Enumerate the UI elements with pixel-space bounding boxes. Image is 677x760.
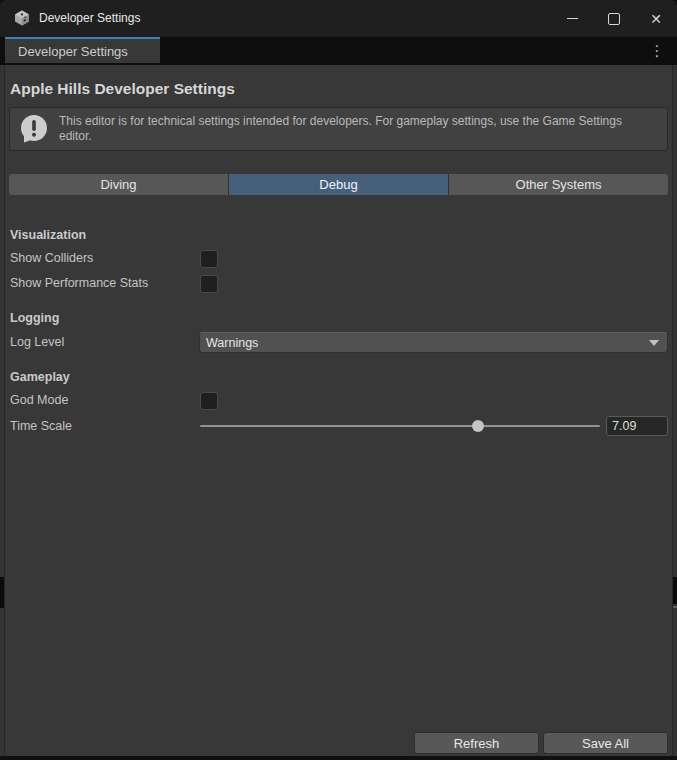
tab-label: Developer Settings xyxy=(18,44,128,59)
background-gap xyxy=(673,577,677,604)
kebab-menu-icon: ⋮ xyxy=(650,42,665,60)
time-scale-slider[interactable] xyxy=(200,416,600,436)
left-window-edge xyxy=(0,65,5,756)
developer-settings-window: Developer Settings ✕ Developer Settings … xyxy=(0,0,677,756)
tab-menu-button[interactable]: ⋮ xyxy=(648,41,666,61)
time-scale-label: Time Scale xyxy=(10,419,72,433)
tab-developer-settings[interactable]: Developer Settings xyxy=(5,37,160,63)
footer-buttons: Refresh Save All xyxy=(414,732,668,754)
log-level-value: Warnings xyxy=(206,336,649,350)
info-helpbox: This editor is for technical settings in… xyxy=(9,107,668,151)
save-all-button[interactable]: Save All xyxy=(543,732,668,754)
close-button[interactable]: ✕ xyxy=(635,0,677,37)
info-text: This editor is for technical settings in… xyxy=(59,114,657,144)
info-bubble-icon xyxy=(18,113,50,145)
toolbar-tabs: Diving Debug Other Systems xyxy=(9,174,668,195)
god-mode-checkbox[interactable] xyxy=(200,392,218,410)
log-level-dropdown[interactable]: Warnings xyxy=(199,332,668,353)
section-visualization: Visualization xyxy=(10,228,86,242)
editor-tab-bar: Developer Settings ⋮ xyxy=(0,37,677,65)
maximize-button[interactable] xyxy=(593,0,635,37)
minimize-button[interactable] xyxy=(551,0,593,37)
section-gameplay: Gameplay xyxy=(10,370,70,384)
toolbar-tab-other-systems[interactable]: Other Systems xyxy=(448,174,668,195)
show-performance-stats-checkbox[interactable] xyxy=(200,275,218,293)
toolbar-tab-debug[interactable]: Debug xyxy=(228,174,448,195)
window-title: Developer Settings xyxy=(39,11,140,25)
content-area: Apple Hills Developer Settings This edit… xyxy=(0,65,677,756)
unity-window-icon xyxy=(13,9,31,27)
close-icon: ✕ xyxy=(650,11,662,27)
chevron-down-icon xyxy=(649,340,659,346)
show-colliders-label: Show Colliders xyxy=(10,251,93,265)
refresh-button[interactable]: Refresh xyxy=(414,732,539,754)
god-mode-label: God Mode xyxy=(10,393,68,407)
toolbar-tab-label: Debug xyxy=(319,177,357,192)
time-scale-slider-thumb[interactable] xyxy=(472,420,484,432)
slider-track[interactable] xyxy=(200,425,600,427)
toolbar-tab-diving[interactable]: Diving xyxy=(9,174,228,195)
show-colliders-checkbox[interactable] xyxy=(200,250,218,268)
section-logging: Logging xyxy=(10,311,59,325)
toolbar-tab-label: Other Systems xyxy=(516,177,602,192)
background-highlight xyxy=(673,606,677,608)
log-level-label: Log Level xyxy=(10,335,64,349)
time-scale-field[interactable] xyxy=(606,416,668,436)
minimize-icon xyxy=(567,18,578,19)
titlebar: Developer Settings ✕ xyxy=(0,0,677,37)
right-window-edge xyxy=(672,65,677,756)
background-gap xyxy=(0,577,4,608)
toolbar-tab-label: Diving xyxy=(100,177,136,192)
maximize-icon xyxy=(608,13,620,25)
page-title: Apple Hills Developer Settings xyxy=(10,80,235,98)
show-performance-stats-label: Show Performance Stats xyxy=(10,276,148,290)
